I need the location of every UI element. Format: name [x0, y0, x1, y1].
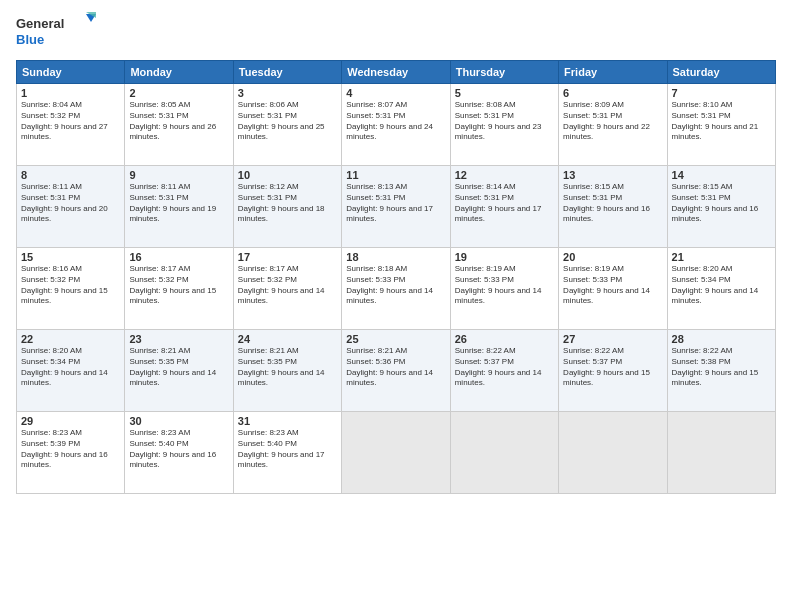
col-header-wednesday: Wednesday: [342, 61, 450, 84]
calendar-cell: 30Sunrise: 8:23 AMSunset: 5:40 PMDayligh…: [125, 412, 233, 494]
page: General Blue SundayMondayTuesdayWednesda…: [0, 0, 792, 612]
day-number: 2: [129, 87, 228, 99]
calendar-cell: 6Sunrise: 8:09 AMSunset: 5:31 PMDaylight…: [559, 84, 667, 166]
day-number: 19: [455, 251, 554, 263]
calendar-cell: 20Sunrise: 8:19 AMSunset: 5:33 PMDayligh…: [559, 248, 667, 330]
day-number: 29: [21, 415, 120, 427]
day-info: Sunrise: 8:18 AMSunset: 5:33 PMDaylight:…: [346, 264, 445, 307]
day-info: Sunrise: 8:22 AMSunset: 5:38 PMDaylight:…: [672, 346, 771, 389]
calendar-cell: 16Sunrise: 8:17 AMSunset: 5:32 PMDayligh…: [125, 248, 233, 330]
day-number: 25: [346, 333, 445, 345]
calendar-cell: 1Sunrise: 8:04 AMSunset: 5:32 PMDaylight…: [17, 84, 125, 166]
calendar-week-4: 22Sunrise: 8:20 AMSunset: 5:34 PMDayligh…: [17, 330, 776, 412]
day-number: 20: [563, 251, 662, 263]
col-header-thursday: Thursday: [450, 61, 558, 84]
day-number: 1: [21, 87, 120, 99]
calendar-cell: [667, 412, 775, 494]
calendar-cell: 11Sunrise: 8:13 AMSunset: 5:31 PMDayligh…: [342, 166, 450, 248]
day-number: 15: [21, 251, 120, 263]
calendar-week-1: 1Sunrise: 8:04 AMSunset: 5:32 PMDaylight…: [17, 84, 776, 166]
day-number: 18: [346, 251, 445, 263]
calendar-cell: 26Sunrise: 8:22 AMSunset: 5:37 PMDayligh…: [450, 330, 558, 412]
calendar-cell: 14Sunrise: 8:15 AMSunset: 5:31 PMDayligh…: [667, 166, 775, 248]
col-header-tuesday: Tuesday: [233, 61, 341, 84]
calendar-cell: 4Sunrise: 8:07 AMSunset: 5:31 PMDaylight…: [342, 84, 450, 166]
day-info: Sunrise: 8:23 AMSunset: 5:39 PMDaylight:…: [21, 428, 120, 471]
day-info: Sunrise: 8:12 AMSunset: 5:31 PMDaylight:…: [238, 182, 337, 225]
logo-svg: General Blue: [16, 12, 96, 50]
calendar-cell: 31Sunrise: 8:23 AMSunset: 5:40 PMDayligh…: [233, 412, 341, 494]
day-info: Sunrise: 8:04 AMSunset: 5:32 PMDaylight:…: [21, 100, 120, 143]
day-number: 13: [563, 169, 662, 181]
day-info: Sunrise: 8:15 AMSunset: 5:31 PMDaylight:…: [672, 182, 771, 225]
calendar-cell: [342, 412, 450, 494]
calendar-cell: 24Sunrise: 8:21 AMSunset: 5:35 PMDayligh…: [233, 330, 341, 412]
day-info: Sunrise: 8:19 AMSunset: 5:33 PMDaylight:…: [455, 264, 554, 307]
day-number: 17: [238, 251, 337, 263]
day-info: Sunrise: 8:22 AMSunset: 5:37 PMDaylight:…: [455, 346, 554, 389]
logo: General Blue: [16, 12, 96, 50]
day-number: 24: [238, 333, 337, 345]
day-info: Sunrise: 8:07 AMSunset: 5:31 PMDaylight:…: [346, 100, 445, 143]
day-number: 21: [672, 251, 771, 263]
day-info: Sunrise: 8:08 AMSunset: 5:31 PMDaylight:…: [455, 100, 554, 143]
day-info: Sunrise: 8:21 AMSunset: 5:36 PMDaylight:…: [346, 346, 445, 389]
calendar-header-row: SundayMondayTuesdayWednesdayThursdayFrid…: [17, 61, 776, 84]
day-number: 22: [21, 333, 120, 345]
calendar-week-2: 8Sunrise: 8:11 AMSunset: 5:31 PMDaylight…: [17, 166, 776, 248]
calendar-cell: 12Sunrise: 8:14 AMSunset: 5:31 PMDayligh…: [450, 166, 558, 248]
calendar-cell: 21Sunrise: 8:20 AMSunset: 5:34 PMDayligh…: [667, 248, 775, 330]
col-header-monday: Monday: [125, 61, 233, 84]
calendar-week-3: 15Sunrise: 8:16 AMSunset: 5:32 PMDayligh…: [17, 248, 776, 330]
calendar-cell: 28Sunrise: 8:22 AMSunset: 5:38 PMDayligh…: [667, 330, 775, 412]
day-info: Sunrise: 8:22 AMSunset: 5:37 PMDaylight:…: [563, 346, 662, 389]
day-info: Sunrise: 8:16 AMSunset: 5:32 PMDaylight:…: [21, 264, 120, 307]
day-number: 12: [455, 169, 554, 181]
day-number: 5: [455, 87, 554, 99]
calendar-cell: 27Sunrise: 8:22 AMSunset: 5:37 PMDayligh…: [559, 330, 667, 412]
svg-text:Blue: Blue: [16, 32, 44, 47]
day-number: 9: [129, 169, 228, 181]
calendar-cell: 13Sunrise: 8:15 AMSunset: 5:31 PMDayligh…: [559, 166, 667, 248]
day-info: Sunrise: 8:20 AMSunset: 5:34 PMDaylight:…: [21, 346, 120, 389]
col-header-saturday: Saturday: [667, 61, 775, 84]
calendar-week-5: 29Sunrise: 8:23 AMSunset: 5:39 PMDayligh…: [17, 412, 776, 494]
day-info: Sunrise: 8:06 AMSunset: 5:31 PMDaylight:…: [238, 100, 337, 143]
day-info: Sunrise: 8:11 AMSunset: 5:31 PMDaylight:…: [129, 182, 228, 225]
day-info: Sunrise: 8:23 AMSunset: 5:40 PMDaylight:…: [238, 428, 337, 471]
calendar-cell: 15Sunrise: 8:16 AMSunset: 5:32 PMDayligh…: [17, 248, 125, 330]
day-info: Sunrise: 8:21 AMSunset: 5:35 PMDaylight:…: [238, 346, 337, 389]
day-info: Sunrise: 8:19 AMSunset: 5:33 PMDaylight:…: [563, 264, 662, 307]
calendar-cell: [450, 412, 558, 494]
day-info: Sunrise: 8:10 AMSunset: 5:31 PMDaylight:…: [672, 100, 771, 143]
calendar-cell: 25Sunrise: 8:21 AMSunset: 5:36 PMDayligh…: [342, 330, 450, 412]
calendar-cell: 2Sunrise: 8:05 AMSunset: 5:31 PMDaylight…: [125, 84, 233, 166]
calendar-cell: 19Sunrise: 8:19 AMSunset: 5:33 PMDayligh…: [450, 248, 558, 330]
day-info: Sunrise: 8:20 AMSunset: 5:34 PMDaylight:…: [672, 264, 771, 307]
day-number: 28: [672, 333, 771, 345]
day-info: Sunrise: 8:21 AMSunset: 5:35 PMDaylight:…: [129, 346, 228, 389]
calendar-table: SundayMondayTuesdayWednesdayThursdayFrid…: [16, 60, 776, 494]
svg-text:General: General: [16, 16, 64, 31]
day-number: 16: [129, 251, 228, 263]
day-info: Sunrise: 8:14 AMSunset: 5:31 PMDaylight:…: [455, 182, 554, 225]
header: General Blue: [16, 12, 776, 50]
calendar-cell: 7Sunrise: 8:10 AMSunset: 5:31 PMDaylight…: [667, 84, 775, 166]
day-number: 11: [346, 169, 445, 181]
day-number: 10: [238, 169, 337, 181]
calendar-cell: 10Sunrise: 8:12 AMSunset: 5:31 PMDayligh…: [233, 166, 341, 248]
calendar-cell: 5Sunrise: 8:08 AMSunset: 5:31 PMDaylight…: [450, 84, 558, 166]
day-info: Sunrise: 8:11 AMSunset: 5:31 PMDaylight:…: [21, 182, 120, 225]
day-number: 3: [238, 87, 337, 99]
day-info: Sunrise: 8:05 AMSunset: 5:31 PMDaylight:…: [129, 100, 228, 143]
calendar-cell: 17Sunrise: 8:17 AMSunset: 5:32 PMDayligh…: [233, 248, 341, 330]
day-info: Sunrise: 8:17 AMSunset: 5:32 PMDaylight:…: [238, 264, 337, 307]
day-info: Sunrise: 8:23 AMSunset: 5:40 PMDaylight:…: [129, 428, 228, 471]
day-info: Sunrise: 8:09 AMSunset: 5:31 PMDaylight:…: [563, 100, 662, 143]
calendar-cell: 29Sunrise: 8:23 AMSunset: 5:39 PMDayligh…: [17, 412, 125, 494]
calendar-cell: 9Sunrise: 8:11 AMSunset: 5:31 PMDaylight…: [125, 166, 233, 248]
day-number: 23: [129, 333, 228, 345]
day-number: 7: [672, 87, 771, 99]
calendar-cell: 23Sunrise: 8:21 AMSunset: 5:35 PMDayligh…: [125, 330, 233, 412]
calendar-cell: 18Sunrise: 8:18 AMSunset: 5:33 PMDayligh…: [342, 248, 450, 330]
